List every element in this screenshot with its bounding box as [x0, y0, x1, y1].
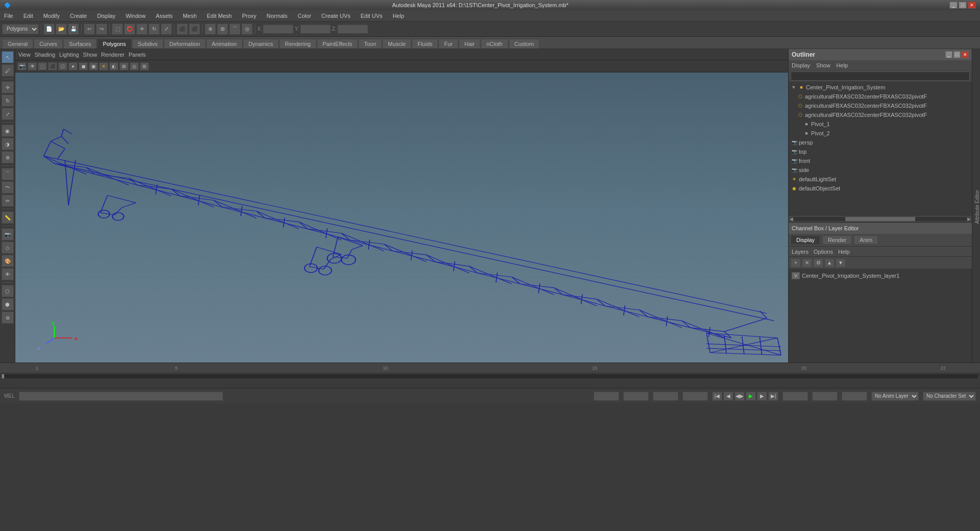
- outliner-minimize-btn[interactable]: _: [945, 51, 952, 58]
- move-tool-btn[interactable]: ✛: [2, 81, 14, 93]
- restore-button[interactable]: □: [959, 2, 967, 9]
- layer-move-up-btn[interactable]: ▲: [824, 258, 835, 268]
- scroll-right-btn[interactable]: ▶: [967, 216, 971, 222]
- outliner-item-agr2[interactable]: ⬡ agriculturalFBXASC032centerFBXASC032pi…: [789, 101, 972, 110]
- channel-menu-options[interactable]: Options: [814, 249, 833, 255]
- layer-new-btn[interactable]: +: [791, 258, 801, 268]
- measure-btn[interactable]: 📏: [2, 211, 14, 224]
- frame-start-display[interactable]: 1.00: [782, 392, 808, 401]
- vp-menu-shading[interactable]: Shading: [35, 52, 55, 58]
- frame-end-display[interactable]: 24.00: [812, 392, 838, 401]
- create-subdiv-btn[interactable]: ⬢: [2, 298, 14, 310]
- outliner-menu-help[interactable]: Help: [837, 62, 848, 68]
- scroll-left-btn[interactable]: ◀: [790, 216, 793, 222]
- snap-grid-btn[interactable]: ⊞: [217, 23, 228, 35]
- tab-ncloth[interactable]: nCloth: [481, 39, 508, 49]
- channel-tab-display[interactable]: Display: [791, 235, 820, 245]
- visor-btn[interactable]: 👁: [2, 268, 14, 280]
- range-start-input[interactable]: 1: [653, 392, 678, 401]
- outliner-item-lightset[interactable]: ☀ defaultLightSet: [789, 175, 972, 184]
- show-manipulator-btn[interactable]: ⊕: [205, 23, 216, 35]
- outliner-item-root[interactable]: ▼ ■ Center_Pivot_Irrigation_System: [789, 83, 972, 92]
- layer-row-1[interactable]: V Center_Pivot_Irrigation_System_layer1: [791, 271, 970, 281]
- smooth-shade-btn[interactable]: ●: [68, 62, 78, 70]
- layer-move-down-btn[interactable]: ▼: [836, 258, 846, 268]
- curve-tool-btn[interactable]: ⌒: [2, 168, 14, 180]
- menu-file[interactable]: File: [2, 12, 15, 20]
- timeline-slider[interactable]: [2, 374, 978, 378]
- menu-mesh[interactable]: Mesh: [181, 12, 199, 20]
- outliner-item-objectset[interactable]: ◉ defaultObjectSet: [789, 184, 972, 193]
- isolate-select-btn[interactable]: ◎: [130, 62, 139, 70]
- textured-btn[interactable]: ▣: [89, 62, 98, 70]
- start-frame-input[interactable]: 1.00: [594, 392, 619, 401]
- outliner-item-top[interactable]: 📷 top: [789, 147, 972, 156]
- lasso-btn[interactable]: ⭕: [124, 23, 135, 35]
- outliner-item-pivot2[interactable]: ■ Pivot_2: [789, 129, 972, 138]
- menu-edit[interactable]: Edit: [21, 12, 35, 20]
- outliner-item-agr3[interactable]: ⬡ agriculturalFBXASC032centerFBXASC032pi…: [789, 110, 972, 119]
- timeline-ruler[interactable]: 1 5 10 15 20 22: [0, 363, 980, 373]
- character-set-dropdown[interactable]: No Character Set: [923, 392, 976, 401]
- menu-help[interactable]: Help: [390, 12, 406, 20]
- expand-icon[interactable]: ▼: [791, 84, 797, 90]
- channel-tab-anim[interactable]: Anim: [854, 235, 878, 245]
- ep-curve-btn[interactable]: 〜: [2, 181, 14, 194]
- create-nurbs-btn[interactable]: ⊛: [2, 311, 14, 324]
- channel-menu-help[interactable]: Help: [838, 249, 850, 255]
- menu-modify[interactable]: Modify: [41, 12, 62, 20]
- menu-create-uvs[interactable]: Create UVs: [320, 12, 353, 20]
- menu-assets[interactable]: Assets: [154, 12, 175, 20]
- y-input[interactable]: [300, 25, 331, 34]
- select-btn[interactable]: ⬚: [112, 23, 123, 35]
- tab-polygons[interactable]: Polygons: [97, 39, 131, 49]
- render-view-btn[interactable]: 📷: [2, 228, 14, 240]
- minimize-button[interactable]: _: [949, 2, 958, 9]
- play-btn[interactable]: ▶: [746, 392, 756, 401]
- menu-create[interactable]: Create: [68, 12, 89, 20]
- vp-menu-renderer[interactable]: Renderer: [101, 52, 125, 58]
- play-back-btn[interactable]: ◀▶: [734, 392, 745, 401]
- outliner-search-input[interactable]: [791, 71, 970, 81]
- tab-hair[interactable]: Hair: [459, 39, 480, 49]
- menu-display[interactable]: Display: [95, 12, 117, 20]
- outliner-menu-display[interactable]: Display: [792, 62, 810, 68]
- vp-menu-lighting[interactable]: Lighting: [59, 52, 79, 58]
- outliner-scrollbar[interactable]: ◀ ▶: [789, 215, 972, 222]
- outliner-item-persp[interactable]: 📷 persp: [789, 138, 972, 147]
- menu-color[interactable]: Color: [296, 12, 313, 20]
- snap-point-btn[interactable]: ◎: [241, 23, 253, 35]
- time-input[interactable]: 1.00: [623, 392, 649, 401]
- timeline-handle[interactable]: [2, 374, 4, 378]
- create-poly-btn[interactable]: ⬡: [2, 285, 14, 297]
- flat-shade-btn[interactable]: ◼: [79, 62, 88, 70]
- menu-normals[interactable]: Normals: [264, 12, 289, 20]
- tab-toon[interactable]: Toon: [358, 39, 382, 49]
- range-end-input[interactable]: 24: [682, 392, 708, 401]
- soft-mod-btn[interactable]: ◉: [2, 125, 14, 137]
- hypershade-btn[interactable]: ◇: [2, 242, 14, 254]
- z-input[interactable]: [337, 25, 368, 34]
- go-end-btn[interactable]: ▶|: [768, 392, 778, 401]
- layer-delete-btn[interactable]: ✕: [802, 258, 812, 268]
- tab-fur[interactable]: Fur: [438, 39, 458, 49]
- outliner-item-front[interactable]: 📷 front: [789, 156, 972, 165]
- outliner-item-agr1[interactable]: ⬡ agriculturalFBXASC032centerFBXASC032pi…: [789, 92, 972, 101]
- close-button[interactable]: ✕: [968, 2, 976, 9]
- snap-curve-btn[interactable]: ⌒: [229, 23, 240, 35]
- tab-muscle[interactable]: Muscle: [382, 39, 411, 49]
- menu-proxy[interactable]: Proxy: [240, 12, 258, 20]
- scroll-track[interactable]: [793, 217, 967, 221]
- open-scene-btn[interactable]: 📂: [56, 23, 67, 35]
- tab-animation[interactable]: Animation: [206, 39, 242, 49]
- paint-effects-btn[interactable]: 🎨: [2, 255, 14, 267]
- tab-subdivs[interactable]: Subdivs: [132, 39, 163, 49]
- scale-btn[interactable]: ⤢: [161, 23, 172, 35]
- viewport-3d[interactable]: x y z: [15, 73, 788, 363]
- frame-all-btn[interactable]: ⬚: [38, 62, 47, 70]
- vp-menu-view[interactable]: View: [18, 52, 31, 58]
- save-scene-btn[interactable]: 💾: [68, 23, 79, 35]
- step-fwd-btn[interactable]: ▶: [757, 392, 767, 401]
- frame-selected-btn[interactable]: ⬛: [48, 62, 57, 70]
- mel-input[interactable]: [19, 392, 223, 401]
